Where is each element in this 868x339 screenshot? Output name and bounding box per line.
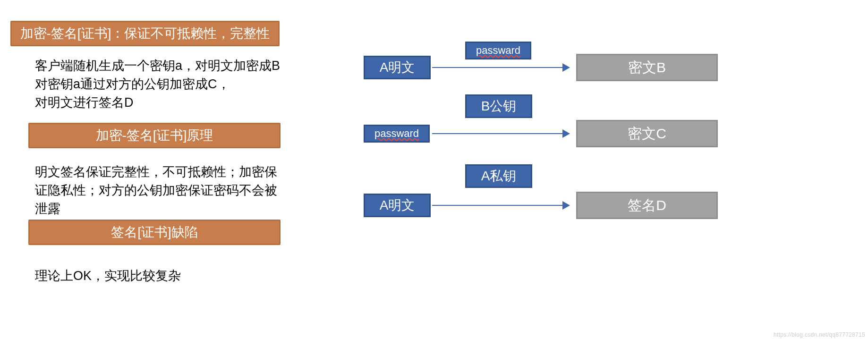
row2-right-label: 密文C: [628, 124, 666, 144]
row2-mid-label: B公钥: [481, 97, 517, 115]
row2-left-label: passward: [374, 127, 419, 140]
paragraph-2: 明文签名保证完整性，不可抵赖性；加密保 证隐私性；对方的公钥加密保证密码不会被 …: [35, 163, 277, 218]
row2-cipher-c: 密文C: [576, 120, 718, 147]
row1-cipher-b: 密文B: [576, 54, 718, 81]
header2-label: 加密-签名[证书]原理: [96, 127, 213, 144]
row2-b-pubkey: B公钥: [465, 94, 532, 118]
p3-line: 理论上OK，实现比较复杂: [35, 269, 181, 283]
paragraph-1: 客户端随机生成一个密钥a，对明文加密成B 对密钥a通过对方的公钥加密成C， 对明…: [35, 57, 280, 112]
row3-a-privkey: A私钥: [465, 164, 532, 188]
p1-line2: 对密钥a通过对方的公钥加密成C，: [35, 77, 230, 91]
row3-sign-d: 签名D: [576, 192, 718, 219]
row1-arrow: [432, 67, 569, 68]
header-principle: 加密-签名[证书]原理: [28, 123, 281, 148]
paragraph-3: 理论上OK，实现比较复杂: [35, 267, 181, 285]
header1-label: 加密-签名[证书]：保证不可抵赖性，完整性: [20, 25, 270, 42]
row2-arrow: [432, 133, 569, 134]
watermark: https://blog.csdn.net/qq877728715: [774, 331, 865, 338]
header-encrypt-sign-cert: 加密-签名[证书]：保证不可抵赖性，完整性: [10, 21, 280, 46]
p2-line3: 泄露: [35, 202, 60, 216]
row3-mid-label: A私钥: [481, 167, 517, 185]
p2-line1: 明文签名保证完整性，不可抵赖性；加密保: [35, 165, 277, 179]
header-defect: 签名[证书]缺陷: [28, 220, 281, 245]
p1-line3: 对明文进行签名D: [35, 95, 134, 110]
row1-mid-label: passward: [476, 44, 520, 57]
row2-password-input: passward: [364, 125, 430, 143]
header3-label: 签名[证书]缺陷: [111, 223, 198, 241]
row1-right-label: 密文B: [628, 58, 666, 77]
row1-left-label: A明文: [380, 59, 415, 76]
row1-plaintext-a: A明文: [364, 56, 431, 79]
row3-plaintext-a: A明文: [364, 194, 431, 217]
row3-left-label: A明文: [380, 196, 415, 214]
p2-line2: 证隐私性；对方的公钥加密保证密码不会被: [35, 183, 277, 197]
p1-line1: 客户端随机生成一个密钥a，对明文加密成B: [35, 59, 280, 73]
row1-password-label: passward: [465, 42, 531, 59]
row3-arrow: [432, 205, 569, 206]
row3-right-label: 签名D: [628, 196, 666, 215]
